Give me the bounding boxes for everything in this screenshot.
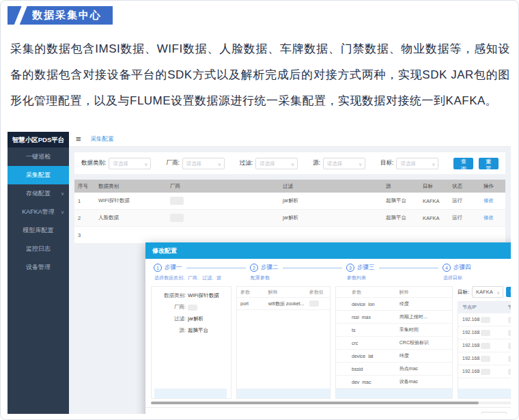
step-2: 2 步骤二 配置参数	[250, 264, 346, 281]
redacted-vendor	[170, 214, 184, 222]
sidebar-item-monitor-logs[interactable]: 监控日志	[8, 240, 69, 258]
sidebar-item-device-management[interactable]: 设备管理	[8, 258, 69, 277]
redacted-ip	[481, 369, 490, 375]
modal-header: 修改配置 ×	[145, 242, 511, 259]
filter-select[interactable]: 请选择	[255, 158, 298, 169]
table-header-row: 序号 数据类别 厂商 过滤 源 目标 状态 操作	[74, 180, 505, 193]
table-row: 1 WIFI探针数据 jar解析 超脑平台 KAFKA 运行 修改	[74, 193, 505, 210]
step-number-circle: 3	[346, 264, 354, 272]
app-logo-title: 智慧小区PDS平台	[8, 132, 69, 148]
selection-summary-panel: 数据类别: WIFI探针数据 厂商: 过滤: jar解析	[151, 286, 232, 399]
search-button[interactable]: 查询	[453, 158, 473, 169]
filter-target: 目标: 请选择	[380, 158, 438, 169]
modal-footer: 取消 保存	[145, 407, 511, 414]
filter-source: 源: 请选择	[313, 158, 365, 169]
node-row: 192.168	[458, 365, 511, 378]
redacted-ip	[481, 330, 490, 336]
summary-line: 过滤: jar解析	[154, 316, 227, 322]
sidebar-item-collection-config[interactable]: 采集配置	[8, 166, 69, 184]
modal-body: 数据类别: WIFI探针数据 厂商: 过滤: jar解析	[145, 283, 511, 402]
param-config-row: port wifi数据 zooket...	[237, 298, 330, 310]
param-config-header: 参数 解释 参数值	[237, 287, 330, 298]
redacted-ip	[481, 317, 490, 323]
panel-footer-strip	[237, 389, 330, 398]
redacted-param-value	[309, 300, 319, 307]
node-table-header: 节点IP 节点端口	[458, 302, 511, 313]
redacted-vendor	[188, 305, 197, 311]
summary-line: 数据类别: WIFI探针数据	[154, 292, 227, 299]
param-config-panel: 参数 解释 参数值 port wifi数据 zooket...	[236, 286, 331, 399]
step-number-circle: 4	[443, 264, 451, 272]
step-connector-line	[379, 268, 439, 268]
param-list-header: 参数 解释	[336, 287, 452, 298]
banner-slash-decoration	[14, 5, 28, 27]
table-row: 2 人脸数据 jar解析 超脑平台 KAFKA 运行 修改	[74, 210, 505, 227]
summary-line: 源: 超脑平台	[154, 327, 227, 334]
panel-footer-strip	[336, 389, 452, 398]
step-number-circle: 1	[154, 264, 162, 272]
target-select[interactable]: 请选择	[396, 158, 438, 169]
scrollbar-thumb[interactable]	[151, 402, 479, 404]
redacted-port	[508, 343, 511, 349]
content-area: 数据类别: 请选择 厂商: 请选择 过滤: 请选择 源: 请选择	[69, 147, 511, 414]
horizontal-scrollbar	[145, 402, 511, 407]
node-row: 192.168	[458, 339, 511, 352]
filter-vendor: 厂商: 请选择	[166, 158, 224, 169]
breadcrumb[interactable]: 采集配置	[91, 135, 114, 143]
step-number-circle: 2	[250, 264, 258, 272]
redacted-port	[508, 369, 511, 375]
section-banner: 数据采集中心	[8, 6, 113, 25]
param-list-row: bssid 热点mac	[336, 363, 452, 376]
modify-config-modal: 修改配置 × 1 步骤一 选择数据类别、厂商、过滤、源	[145, 242, 511, 414]
param-list-row: rssi_max 周期上报时...	[336, 311, 452, 324]
redacted-ip	[481, 343, 490, 349]
sidebar-item-kafka-management[interactable]: KAFKA管理	[8, 203, 69, 221]
redacted-port	[508, 330, 511, 336]
source-select[interactable]: 请选择	[323, 158, 365, 169]
filter-data-category: 数据类别: 请选择	[81, 158, 151, 169]
node-row: 192.168	[458, 313, 511, 326]
cancel-button[interactable]: 取消	[481, 412, 507, 415]
document-page: 数据采集中心 采集的数据包含IMSI数据、WIFI数据、人脸数据、车牌数据、门禁…	[0, 0, 519, 420]
node-table: 节点IP 节点端口 192.168 192.168	[458, 301, 511, 399]
sidebar-item-model-config[interactable]: 模型库配置	[8, 221, 69, 240]
param-list-row: ts 采集时间	[336, 324, 452, 337]
step-3: 3 步骤三 参数列表	[346, 264, 443, 281]
main-area: ≡ 采集配置 数据类别: 请选择 厂商: 请选择 过滤: 请选	[69, 132, 511, 414]
vendor-select[interactable]: 请选择	[182, 158, 225, 169]
filter-filter: 过滤: 请选择	[240, 158, 298, 169]
reset-button[interactable]: 重置	[479, 158, 499, 169]
target-kafka-select[interactable]: KAFKA	[472, 286, 503, 298]
step-connector-line	[283, 268, 343, 268]
step-4: 4 步骤四 选择目标	[443, 264, 511, 281]
scrollbar-track[interactable]	[151, 402, 511, 404]
step-wizard: 1 步骤一 选择数据类别、厂商、过滤、源 2 步骤二	[145, 259, 511, 283]
hamburger-menu-icon[interactable]: ≡	[76, 134, 81, 144]
param-list-row: dev_mac 设备mac	[336, 376, 452, 389]
config-table: 序号 数据类别 厂商 过滤 源 目标 状态 操作 1 WIFI探针数据 jar解…	[74, 180, 505, 244]
description-paragraph: 采集的数据包含IMSI数据、WIFI数据、人脸数据、车牌数据、门禁数据、物业数据…	[10, 36, 510, 114]
data-category-select[interactable]: 请选择	[109, 158, 151, 169]
param-list-row: device_lat 纬度	[336, 350, 452, 363]
panel-footer-strip	[154, 389, 227, 398]
param-list-panel: 参数 解释 device_lon 经度 rssi_max	[335, 286, 453, 399]
filter-toolbar: 数据类别: 请选择 厂商: 请选择 过滤: 请选择 源: 请选择	[74, 152, 505, 174]
modal-title: 修改配置	[152, 247, 177, 255]
redacted-vendor	[170, 197, 184, 205]
step-connector-line	[186, 268, 247, 268]
redacted-port	[508, 317, 511, 323]
panel-footer-strip	[458, 389, 511, 398]
topbar: ≡ 采集配置	[69, 132, 511, 147]
section-title: 数据采集中心	[32, 9, 102, 22]
sidebar-item-storage-config[interactable]: 存储配置	[8, 184, 69, 203]
redacted-port	[508, 356, 511, 362]
param-list-row: crc CRC校验标识	[336, 337, 452, 350]
target-panel: 目标: KAFKA 管理 节点IP 节点端口 192.168	[458, 286, 511, 399]
summary-line: 厂商:	[154, 304, 227, 311]
redacted-ip	[481, 356, 490, 362]
table-row: 3	[74, 227, 505, 244]
manage-button[interactable]: 管理	[506, 287, 511, 297]
modify-link[interactable]: 修改	[483, 214, 494, 221]
sidebar-item-inspection[interactable]: 一键巡检	[8, 148, 69, 166]
modify-link[interactable]: 修改	[483, 197, 494, 204]
